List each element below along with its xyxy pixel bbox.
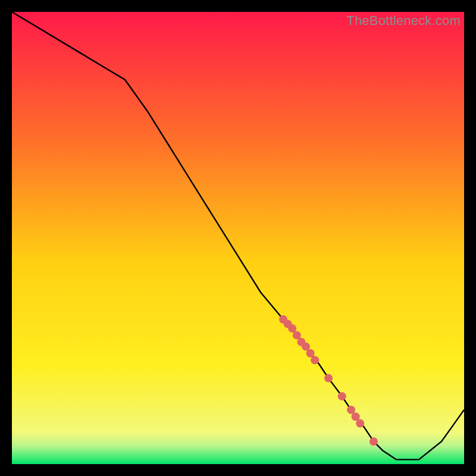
highlight-dot [311,356,319,364]
highlight-dot [324,374,333,383]
highlight-dot [356,419,364,428]
highlight-dot [352,412,360,421]
chart-svg [12,12,464,464]
chart-background [12,12,464,464]
highlight-dot [369,437,378,446]
highlight-dot [338,392,346,400]
highlight-dot [306,349,315,358]
highlight-dot [288,324,296,333]
highlight-dot [302,342,310,350]
watermark-text: TheBottleneck.com [346,13,461,29]
chart-frame: TheBottleneck.com [12,12,464,464]
highlight-dot [293,331,301,339]
highlight-dot [347,406,355,414]
